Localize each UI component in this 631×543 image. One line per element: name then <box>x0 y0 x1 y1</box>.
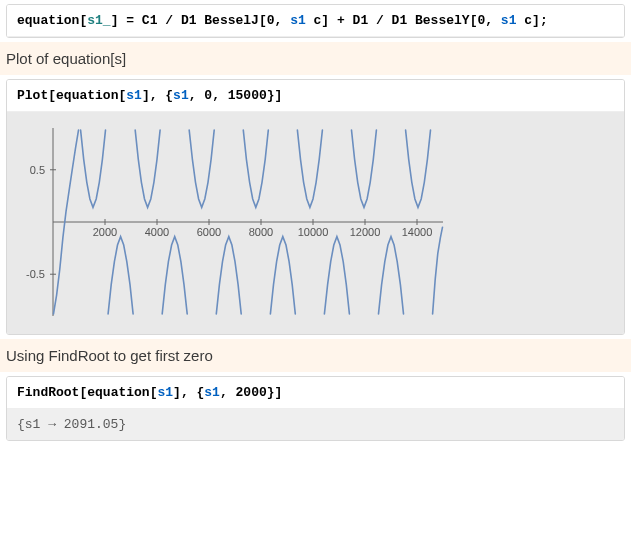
cell-group-plot: Plot[equation[s1], {s1, 0, 15000}] 20004… <box>6 79 625 335</box>
code-token: s1 <box>290 13 306 28</box>
code-token: c <box>516 13 532 28</box>
code-token: 0 <box>204 88 212 103</box>
code-token: } <box>267 385 275 400</box>
code-token: C1 <box>142 13 158 28</box>
svg-text:0.5: 0.5 <box>30 164 45 176</box>
svg-text:-0.5: -0.5 <box>26 268 45 280</box>
code-token: , <box>150 88 166 103</box>
section-heading-findroot: Using FindRoot to get first zero <box>0 339 631 372</box>
code-token: ] <box>321 13 329 28</box>
findroot-result: {s1 → 2091.05} <box>17 417 126 432</box>
plot-graphic: 2000400060008000100001200014000-0.50.5 <box>13 118 453 328</box>
code-token: , <box>189 88 205 103</box>
code-token: s1_ <box>87 13 110 28</box>
code-token: , <box>212 88 228 103</box>
code-token: D1 <box>353 13 369 28</box>
input-cell-findroot[interactable]: FindRoot[equation[s1], {s1, 2000}] <box>7 377 624 409</box>
code-token: = <box>118 13 141 28</box>
code-token: + <box>329 13 352 28</box>
code-token: s1 <box>501 13 517 28</box>
svg-text:8000: 8000 <box>249 226 273 238</box>
code-token: , <box>275 13 291 28</box>
code-token: 2000 <box>236 385 267 400</box>
code-token: { <box>165 88 173 103</box>
code-token: c <box>306 13 322 28</box>
code-token <box>407 13 415 28</box>
svg-text:2000: 2000 <box>93 226 117 238</box>
code-token: ] <box>275 385 283 400</box>
section-heading-plot: Plot of equation[s] <box>0 42 631 75</box>
code-token: FindRoot <box>17 385 79 400</box>
code-token: equation <box>56 88 118 103</box>
input-cell-plot[interactable]: Plot[equation[s1], {s1, 0, 15000}] <box>7 80 624 112</box>
code-token: , <box>485 13 501 28</box>
svg-text:10000: 10000 <box>298 226 329 238</box>
code-token: ] <box>532 13 540 28</box>
code-token: / <box>368 13 391 28</box>
code-token: equation <box>17 13 79 28</box>
cell-group-findroot: FindRoot[equation[s1], {s1, 2000}] {s1 →… <box>6 376 625 441</box>
code-token: [ <box>48 88 56 103</box>
code-token: s1 <box>204 385 220 400</box>
code-token: s1 <box>126 88 142 103</box>
code-token: ] <box>173 385 181 400</box>
code-token: ] <box>142 88 150 103</box>
code-token: D1 <box>181 13 197 28</box>
svg-text:6000: 6000 <box>197 226 221 238</box>
code-token: BesselJ <box>204 13 259 28</box>
svg-text:14000: 14000 <box>402 226 433 238</box>
svg-text:4000: 4000 <box>145 226 169 238</box>
output-cell-plot: 2000400060008000100001200014000-0.50.5 <box>7 112 624 334</box>
code-token: equation <box>87 385 149 400</box>
code-token: Plot <box>17 88 48 103</box>
code-token: , <box>220 385 236 400</box>
code-token: ; <box>540 13 548 28</box>
svg-text:12000: 12000 <box>350 226 381 238</box>
code-token: [ <box>259 13 267 28</box>
code-token: s1 <box>173 88 189 103</box>
code-token: 0 <box>267 13 275 28</box>
code-token: D1 <box>392 13 408 28</box>
code-token: / <box>157 13 180 28</box>
output-cell-findroot: {s1 → 2091.05} <box>7 409 624 440</box>
code-token: BesselY <box>415 13 470 28</box>
cell-group-definition: equation[s1_] = C1 / D1 BesselJ[0, s1 c]… <box>6 4 625 38</box>
code-token: 15000 <box>228 88 267 103</box>
code-token: s1 <box>157 385 173 400</box>
code-token: , <box>181 385 197 400</box>
input-cell-definition[interactable]: equation[s1_] = C1 / D1 BesselJ[0, s1 c]… <box>7 5 624 37</box>
code-token: } <box>267 88 275 103</box>
code-token: ] <box>275 88 283 103</box>
